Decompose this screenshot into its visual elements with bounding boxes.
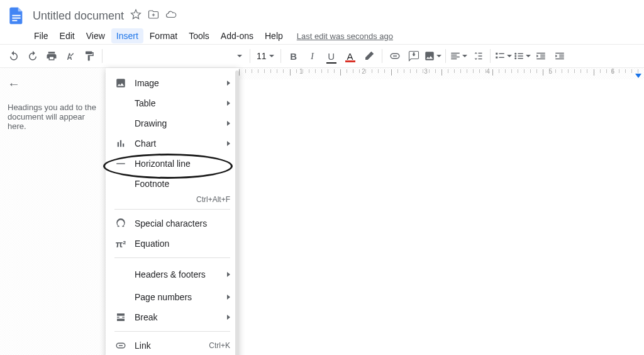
omega-icon [114,218,127,229]
undo-button[interactable] [5,47,23,65]
insert-horizontal-line-item[interactable]: Horizontal line [106,154,239,174]
svg-rect-6 [116,163,125,164]
menu-label: Headers & footers [135,269,206,280]
checklist-button[interactable] [494,47,512,65]
menu-label: Horizontal line [135,159,191,169]
submenu-arrow-icon [227,272,230,277]
svg-rect-2 [12,20,17,21]
insert-comment-button[interactable] [405,47,423,65]
align-button[interactable] [450,47,467,65]
separator [102,49,103,63]
outline-back-arrow[interactable]: ← [8,77,99,91]
ruler-number: 2 [362,68,365,75]
move-icon[interactable] [148,9,159,23]
insert-drawing-item[interactable]: Drawing [106,113,239,133]
outline-empty-hint: Headings you add to the document will ap… [8,103,99,131]
menu-tools[interactable]: Tools [184,28,214,43]
menu-label: Footnote [135,179,169,189]
svg-point-5 [514,57,516,59]
menu-view[interactable]: View [81,28,110,43]
text-color-button[interactable]: A [341,47,359,65]
cloud-icon[interactable] [165,9,177,23]
chart-icon [114,138,127,149]
insert-chart-item[interactable]: Chart [106,133,239,154]
italic-button[interactable]: I [304,47,321,65]
hline-icon [114,158,127,169]
svg-rect-1 [12,18,20,19]
submenu-arrow-icon [227,141,230,146]
link-shortcut: Ctrl+K [209,341,230,350]
footnote-shortcut: Ctrl+Alt+F [196,195,230,204]
insert-image-item[interactable]: Image [106,73,239,93]
submenu-arrow-icon [227,81,230,86]
menu-label: Page numbers [135,292,192,302]
ruler-number: 1 [299,68,303,75]
insert-equation-item[interactable]: π² Equation [106,234,239,254]
insert-break-item[interactable]: Break [106,307,239,327]
svg-rect-0 [12,15,20,16]
document-title[interactable]: Untitled document [33,9,124,23]
menu-label: Drawing [135,118,167,128]
bullet-list-button[interactable] [513,47,531,65]
insert-link-item[interactable]: Link Ctrl+K [106,335,239,355]
divider [114,257,230,258]
highlight-button[interactable] [360,47,378,65]
image-icon [114,77,127,89]
indent-button[interactable] [551,47,569,65]
submenu-arrow-icon [227,295,230,300]
paragraph-style-dropdown[interactable] [233,55,246,57]
separator [445,49,446,63]
insert-image-button[interactable] [424,47,441,65]
menu-label: Chart [135,138,156,149]
star-icon[interactable] [130,9,142,23]
separator [250,49,250,63]
last-edit-link[interactable]: Last edit was seconds ago [297,31,393,41]
paint-format-button[interactable] [80,47,98,65]
divider [114,331,230,332]
menu-label: Link [135,341,151,351]
insert-menu-dropdown: Image Table Drawing Chart Horizontal lin… [106,68,239,355]
insert-footnote-item[interactable]: Footnote [106,174,239,194]
menu-label: Table [135,98,155,108]
ruler-number: 4 [486,68,490,75]
menu-file[interactable]: File [29,28,53,43]
insert-page-numbers-item[interactable]: Page numbers [106,287,239,307]
menu-label: Break [135,312,158,322]
svg-point-3 [514,53,516,55]
menu-insert[interactable]: Insert [111,28,143,43]
spellcheck-button[interactable] [62,47,79,65]
break-icon [114,312,127,323]
link-icon [114,340,127,351]
separator [280,49,281,63]
menu-addons[interactable]: Add-ons [216,28,258,43]
font-size-select[interactable]: 11 [254,51,277,61]
font-size-value: 11 [257,51,267,61]
redo-button[interactable] [24,47,42,65]
document-page[interactable] [239,79,644,355]
ruler-number: 3 [424,68,428,75]
submenu-arrow-icon [227,121,230,126]
menu-format[interactable]: Format [145,28,182,43]
ruler-number: 5 [548,68,552,75]
menu-label: Image [135,78,159,88]
ruler-number: 6 [611,68,614,75]
outdent-button[interactable] [532,47,550,65]
insert-headers-footers-item[interactable]: Headers & footers [106,262,239,287]
submenu-arrow-icon [227,315,230,320]
menu-label: Special characters [135,218,207,228]
divider [114,209,230,210]
insert-link-button[interactable] [386,47,404,65]
bold-button[interactable]: B [285,47,303,65]
menu-help[interactable]: Help [260,28,288,43]
underline-button[interactable]: U [323,47,340,65]
menu-edit[interactable]: Edit [55,28,80,43]
separator [382,49,382,63]
insert-table-item[interactable]: Table [106,93,239,113]
horizontal-ruler[interactable]: 123456 [239,68,644,80]
pi-icon: π² [114,239,127,249]
print-button[interactable] [43,47,60,65]
docs-logo[interactable] [5,4,28,27]
line-spacing-button[interactable] [469,47,486,65]
insert-special-chars-item[interactable]: Special characters [106,213,239,234]
separator [490,49,491,63]
